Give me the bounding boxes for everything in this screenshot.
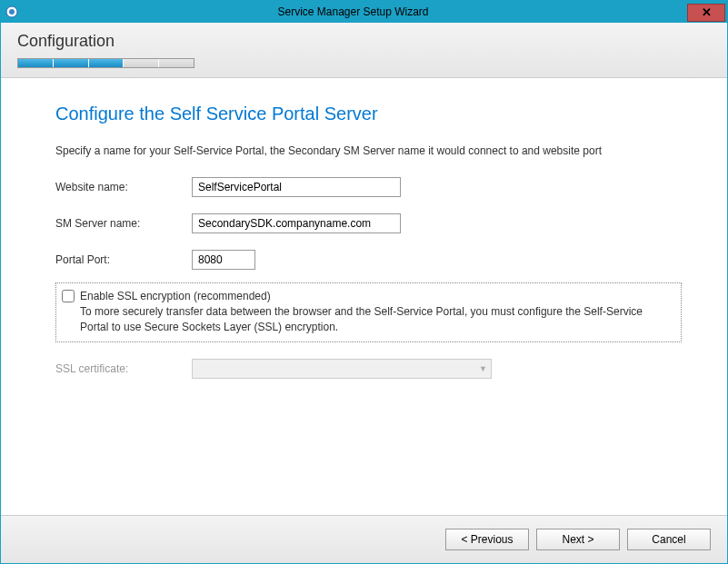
header-section: Configuration [1, 23, 727, 78]
ssl-block: Enable SSL encryption (recommended) To m… [55, 282, 682, 342]
website-name-row: Website name: [55, 177, 682, 197]
ssl-cert-select: ▼ [192, 359, 492, 379]
ssl-description: To more securely transfer data between t… [80, 305, 643, 333]
ssl-text: Enable SSL encryption (recommended) To m… [80, 289, 673, 334]
progress-segment [124, 59, 159, 67]
next-button[interactable]: Next > [536, 529, 620, 550]
titlebar: Service Manager Setup Wizard ✕ [1, 1, 727, 23]
progress-bar [17, 58, 194, 68]
wizard-window: Service Manager Setup Wizard ✕ Configura… [0, 0, 728, 564]
ssl-enable-checkbox[interactable] [62, 290, 75, 302]
portal-port-row: Portal Port: [55, 250, 682, 270]
close-icon: ✕ [702, 6, 712, 18]
progress-segment [89, 59, 125, 67]
website-name-label: Website name: [55, 181, 192, 193]
ssl-checkbox-label: Enable SSL encryption (recommended) [80, 290, 271, 302]
ssl-cert-label: SSL certificate: [55, 362, 192, 375]
portal-port-label: Portal Port: [55, 253, 192, 266]
app-icon [5, 5, 19, 19]
progress-segment [18, 59, 54, 67]
window-title: Service Manager Setup Wizard [19, 5, 687, 18]
content-area: Configure the Self Service Portal Server… [1, 78, 727, 515]
sm-server-row: SM Server name: [55, 213, 682, 233]
progress-segment [159, 59, 194, 67]
close-button[interactable]: ✕ [687, 4, 725, 22]
footer: < Previous Next > Cancel [1, 515, 727, 563]
section-title: Configuration [17, 32, 711, 51]
website-name-input[interactable] [192, 177, 401, 197]
ssl-cert-row: SSL certificate: ▼ [55, 359, 682, 379]
sm-server-label: SM Server name: [55, 217, 192, 230]
sm-server-input[interactable] [192, 213, 401, 233]
portal-port-input[interactable] [192, 250, 255, 270]
progress-segment [54, 59, 89, 67]
cancel-button[interactable]: Cancel [627, 529, 711, 550]
previous-button[interactable]: < Previous [445, 529, 529, 550]
ssl-check-row: Enable SSL encryption (recommended) To m… [62, 289, 673, 334]
page-description: Specify a name for your Self-Service Por… [55, 144, 682, 157]
page-title: Configure the Self Service Portal Server [55, 104, 682, 124]
svg-point-1 [9, 9, 15, 15]
chevron-down-icon: ▼ [479, 364, 487, 373]
